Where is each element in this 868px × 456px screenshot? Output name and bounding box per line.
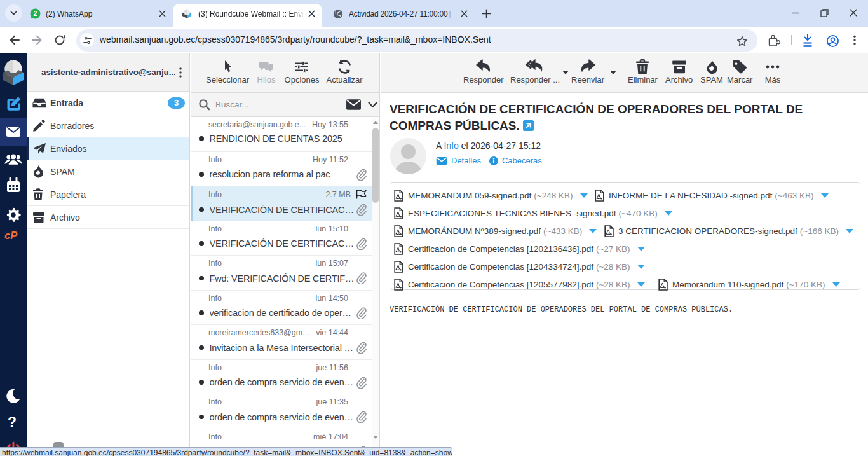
svg-text:cP: cP <box>4 230 18 241</box>
svg-text:2: 2 <box>34 10 37 17</box>
